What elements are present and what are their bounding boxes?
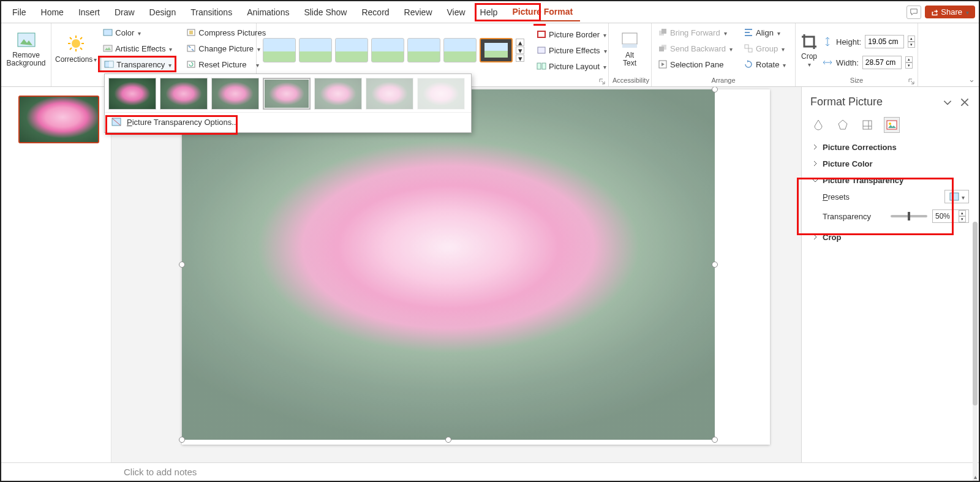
transparency-preset-4[interactable] bbox=[314, 78, 362, 110]
transparency-preset-0[interactable] bbox=[108, 78, 156, 110]
svg-rect-19 bbox=[537, 63, 541, 69]
presets-dropdown[interactable] bbox=[944, 190, 969, 203]
svg-rect-20 bbox=[542, 63, 546, 69]
remove-background-button[interactable]: Remove Background bbox=[5, 24, 47, 73]
picture-style-1[interactable] bbox=[263, 38, 296, 62]
pane-scrollbar[interactable]: ▴▾▴▾ bbox=[973, 222, 978, 482]
share-button[interactable]: Share bbox=[925, 6, 975, 18]
group-label-accessibility: Accessibility bbox=[612, 76, 647, 86]
svg-rect-26 bbox=[659, 47, 664, 51]
svg-rect-10 bbox=[104, 29, 112, 36]
width-input[interactable] bbox=[862, 56, 902, 69]
picture-effects-button[interactable]: Picture Effects bbox=[534, 42, 609, 58]
transparency-value[interactable]: 50% ▴▾ bbox=[932, 209, 969, 223]
resize-handle[interactable] bbox=[712, 262, 718, 268]
styles-launcher-icon[interactable] bbox=[598, 78, 606, 85]
section-crop[interactable]: Crop bbox=[812, 233, 969, 242]
resize-handle[interactable] bbox=[179, 437, 185, 443]
transparency-slider[interactable] bbox=[891, 215, 927, 217]
tab-transitions[interactable]: Transitions bbox=[183, 4, 239, 21]
compress-pictures-button[interactable]: Compress Pictures bbox=[184, 24, 268, 40]
group-label-size: Size bbox=[799, 76, 914, 86]
picture-style-4[interactable] bbox=[371, 38, 404, 62]
notes-area[interactable]: Click to add notes bbox=[1, 462, 979, 481]
pane-tab-size[interactable] bbox=[859, 117, 875, 133]
pane-tab-effects[interactable] bbox=[835, 117, 851, 133]
group-label-arrange: Arrange bbox=[655, 76, 791, 86]
picture-style-2[interactable] bbox=[299, 38, 332, 62]
height-input[interactable] bbox=[865, 35, 904, 48]
section-picture-color[interactable]: Picture Color bbox=[812, 159, 969, 168]
resize-handle[interactable] bbox=[712, 437, 718, 443]
tab-file[interactable]: File bbox=[5, 4, 34, 21]
transparency-preset-6[interactable] bbox=[417, 78, 465, 110]
tab-review[interactable]: Review bbox=[397, 4, 440, 21]
transparency-preset-1[interactable] bbox=[160, 78, 208, 110]
picture-transparency-options[interactable]: Picture Transparency Options... bbox=[105, 112, 471, 132]
height-spinner[interactable]: ▴▾ bbox=[908, 36, 915, 48]
svg-point-33 bbox=[889, 122, 891, 125]
picture-border-button[interactable]: Picture Border bbox=[534, 26, 609, 42]
change-picture-button[interactable]: Change Picture bbox=[184, 40, 268, 56]
size-launcher-icon[interactable] bbox=[908, 78, 915, 85]
tab-slideshow[interactable]: Slide Show bbox=[296, 4, 354, 21]
tab-design[interactable]: Design bbox=[142, 4, 184, 21]
pane-tab-fill[interactable] bbox=[810, 117, 826, 133]
svg-rect-18 bbox=[538, 47, 545, 53]
picture-style-5[interactable] bbox=[407, 38, 440, 62]
tab-home[interactable]: Home bbox=[34, 4, 71, 21]
selected-picture[interactable] bbox=[182, 89, 715, 440]
svg-rect-31 bbox=[863, 121, 872, 129]
width-spinner[interactable]: ▴▾ bbox=[905, 56, 913, 69]
picture-style-3[interactable] bbox=[335, 38, 368, 62]
tab-record[interactable]: Record bbox=[354, 4, 396, 21]
presets-label: PPresetsresets bbox=[823, 192, 940, 201]
corrections-button[interactable]: Corrections bbox=[55, 24, 97, 73]
artistic-effects-button[interactable]: Artistic Effects bbox=[100, 40, 175, 56]
slide-thumbnail-1[interactable] bbox=[18, 96, 99, 143]
svg-rect-21 bbox=[622, 33, 637, 44]
resize-handle[interactable] bbox=[179, 262, 185, 268]
svg-line-8 bbox=[80, 37, 82, 39]
alt-text-button[interactable]: Alt Text bbox=[612, 24, 647, 73]
transparency-preset-5[interactable] bbox=[366, 78, 413, 110]
ribbon-collapse-icon[interactable]: ⌄ bbox=[968, 75, 975, 84]
pane-tab-picture[interactable] bbox=[884, 117, 900, 133]
reset-picture-button[interactable]: Reset Picture bbox=[184, 56, 268, 72]
picture-layout-button[interactable]: Picture Layout bbox=[534, 58, 609, 74]
section-picture-transparency[interactable]: Picture Transparency bbox=[812, 176, 969, 185]
group-button[interactable]: Group bbox=[741, 40, 788, 56]
tab-draw[interactable]: Draw bbox=[107, 4, 142, 21]
resize-handle[interactable] bbox=[445, 437, 451, 443]
tab-animations[interactable]: Animations bbox=[239, 4, 296, 21]
format-picture-pane: Format Picture Picture Corrections Pictu… bbox=[801, 87, 979, 462]
tab-view[interactable]: View bbox=[440, 4, 473, 21]
tab-help[interactable]: Help bbox=[473, 4, 505, 21]
picture-style-6[interactable] bbox=[443, 38, 477, 62]
align-button[interactable]: Align bbox=[741, 24, 788, 40]
color-button[interactable]: Color bbox=[100, 24, 175, 40]
slide-canvas-area[interactable] bbox=[111, 87, 801, 462]
svg-point-1 bbox=[72, 39, 80, 48]
menu-bar: File Home Insert Draw Design Transitions… bbox=[1, 1, 979, 23]
close-icon[interactable] bbox=[959, 97, 970, 108]
send-backward-button[interactable]: Send Backward bbox=[655, 40, 735, 56]
svg-line-6 bbox=[70, 37, 72, 39]
crop-button[interactable]: Crop bbox=[799, 26, 819, 75]
svg-rect-29 bbox=[748, 48, 752, 52]
rotate-button[interactable]: Rotate bbox=[741, 56, 788, 72]
svg-rect-11 bbox=[104, 45, 112, 51]
transparency-preset-2[interactable] bbox=[211, 78, 259, 110]
width-label: Width: bbox=[836, 58, 859, 67]
tab-picture-format[interactable]: Picture Format bbox=[505, 3, 580, 21]
pane-options-icon[interactable] bbox=[942, 97, 953, 108]
styles-gallery-more[interactable]: ▴▾▾ bbox=[516, 39, 524, 62]
section-picture-corrections[interactable]: Picture Corrections bbox=[812, 143, 969, 152]
tab-insert[interactable]: Insert bbox=[71, 4, 107, 21]
picture-style-7[interactable] bbox=[480, 38, 513, 62]
selection-pane-button[interactable]: Selection Pane bbox=[655, 56, 735, 72]
bring-forward-button[interactable]: Bring Forward bbox=[655, 24, 735, 40]
transparency-button[interactable]: Transparency bbox=[100, 56, 175, 72]
transparency-preset-3[interactable] bbox=[263, 78, 311, 110]
comments-icon[interactable] bbox=[907, 6, 921, 19]
